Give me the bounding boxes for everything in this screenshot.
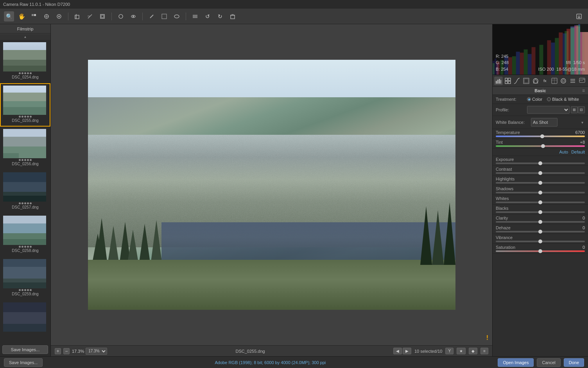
clarity-row: Clarity 0: [493, 214, 588, 224]
whites-track[interactable]: [496, 202, 585, 203]
cancel-btn[interactable]: Cancel: [537, 358, 560, 367]
clarity-track[interactable]: [496, 221, 585, 223]
filmstrip-item-dsc0259[interactable]: DSC_0259.dng: [0, 257, 50, 300]
tab-fx[interactable]: fx: [541, 77, 549, 85]
tab-snapshots[interactable]: [578, 77, 586, 85]
blacks-thumb[interactable]: [538, 210, 542, 214]
label-btn[interactable]: ◆: [469, 348, 477, 354]
highlights-track[interactable]: [496, 182, 585, 184]
filmstrip-item-dsc0256[interactable]: DSC_0256.dng: [0, 127, 50, 170]
vibrance-thumb[interactable]: [538, 239, 542, 243]
shadows-track[interactable]: [496, 192, 585, 193]
bottom-status-text[interactable]: Adobe RGB (1998); 8 bit; 6000 by 4000 (2…: [46, 360, 495, 365]
tint-track[interactable]: [496, 145, 585, 147]
tab-basic[interactable]: [504, 77, 512, 85]
contrast-track[interactable]: [496, 172, 585, 174]
save-images-bottom-btn[interactable]: Save Images...: [4, 358, 43, 367]
redeye-removal-tool[interactable]: [128, 11, 138, 21]
saturation-track[interactable]: [496, 250, 585, 252]
filmstrip-item-dsc0254[interactable]: DSC_0254.dng: [0, 40, 50, 83]
tab-hsl[interactable]: [531, 77, 540, 85]
filmstrip-item-dsc0257[interactable]: DSC_0257.dng: [0, 170, 50, 213]
filmstrip-settings-btn[interactable]: Y: [445, 348, 454, 354]
bw-radio[interactable]: Black & White: [547, 97, 579, 102]
filmstrip-scroll-up[interactable]: ▲: [0, 34, 50, 40]
profile-row: Profile: ⊞ ⊟: [493, 104, 588, 116]
exposure-thumb[interactable]: [538, 161, 542, 165]
dehaze-thumb[interactable]: [538, 230, 542, 234]
svg-rect-1: [34, 14, 36, 16]
panel-menu-icon[interactable]: ≡: [582, 88, 585, 93]
tab-detail[interactable]: [522, 77, 531, 85]
histogram-corner-btn[interactable]: [580, 24, 588, 32]
rating-btn[interactable]: ★: [457, 348, 466, 354]
filmstrip-item-dsc0258[interactable]: DSC_0258.dng: [0, 213, 50, 257]
next-image-btn[interactable]: ▶: [403, 348, 411, 354]
auto-btn[interactable]: Auto: [559, 150, 568, 154]
filmstrip-name-1: DSC_0254.dng: [3, 75, 47, 79]
spot-removal-tool[interactable]: [116, 11, 126, 21]
straighten-tool[interactable]: [85, 11, 95, 21]
histogram-rgb-info: R: 245 G: 248 B: 254: [496, 53, 509, 73]
clarity-thumb[interactable]: [538, 220, 542, 224]
default-btn[interactable]: Default: [571, 150, 585, 154]
rotate-left-btn[interactable]: ↺: [203, 11, 213, 21]
tab-calibration[interactable]: [550, 77, 559, 85]
prev-image-btn[interactable]: ◀: [393, 348, 402, 354]
hand-tool[interactable]: 🖐: [16, 11, 27, 21]
svg-rect-42: [3, 196, 46, 202]
separator-3: [142, 13, 143, 20]
image-viewport[interactable]: !: [51, 24, 492, 345]
whites-thumb[interactable]: [538, 200, 542, 204]
graduated-filter-tool[interactable]: [159, 11, 169, 21]
filmstrip-item-dsc0255[interactable]: DSC_0255.dng: [0, 83, 50, 127]
zoom-select[interactable]: 17.3% 25% 50% 100% Fit: [86, 348, 107, 355]
save-images-btn[interactable]: Save Images...: [2, 345, 48, 354]
filmstrip-scroll[interactable]: DSC_0254.dng: [0, 40, 50, 343]
highlights-thumb[interactable]: [538, 181, 542, 185]
saturation-thumb[interactable]: [538, 249, 542, 253]
white-balance-tool[interactable]: [29, 11, 39, 21]
wb-select[interactable]: As Shot Auto Daylight Cloudy Shade Tungs…: [531, 118, 558, 127]
filmstrip-dots-4: [3, 202, 47, 204]
remove-from-selection-btn[interactable]: −: [63, 348, 70, 354]
tint-thumb[interactable]: [541, 144, 545, 148]
crop-tool[interactable]: [72, 11, 82, 21]
color-radio[interactable]: Color: [527, 97, 542, 102]
temperature-track[interactable]: [496, 136, 585, 137]
dehaze-track[interactable]: [496, 231, 585, 232]
profile-expand-btn[interactable]: ⊟: [578, 106, 585, 113]
done-btn[interactable]: Done: [564, 358, 584, 367]
target-adjustment-tool[interactable]: [54, 11, 64, 21]
add-to-selection-btn[interactable]: +: [55, 348, 61, 354]
contrast-thumb[interactable]: [538, 171, 542, 175]
save-to-filmstrip-btn[interactable]: [574, 11, 584, 21]
filmstrip-item-dsc0260[interactable]: [0, 300, 50, 334]
blacks-track[interactable]: [496, 211, 585, 213]
open-images-btn[interactable]: Open Images: [498, 358, 534, 367]
radial-filter-tool[interactable]: [172, 11, 182, 21]
svg-marker-65: [420, 206, 432, 265]
vibrance-track[interactable]: [496, 241, 585, 242]
profile-grid-btn[interactable]: ⊞: [571, 106, 578, 113]
zoom-tool[interactable]: 🔍: [4, 11, 14, 21]
highlights-row: Highlights: [493, 175, 588, 185]
adjustment-brush-tool[interactable]: [147, 11, 157, 21]
shadows-thumb[interactable]: [538, 191, 542, 195]
rotate-right-btn[interactable]: ↻: [215, 11, 225, 21]
transform-tool[interactable]: [97, 11, 108, 21]
tab-lens[interactable]: [559, 77, 568, 85]
color-sampler-tool[interactable]: [41, 11, 52, 21]
main-image: [88, 60, 455, 310]
tab-histogram[interactable]: [494, 77, 503, 85]
filmstrip-menu-btn[interactable]: ≡: [480, 348, 488, 354]
filmstrip-dots-2: [3, 116, 47, 118]
exposure-track[interactable]: [496, 163, 585, 164]
tab-presets[interactable]: [568, 77, 577, 85]
profile-dropdown[interactable]: [527, 106, 570, 114]
temperature-header: Temperature 6700: [496, 130, 585, 135]
preferences-btn[interactable]: [190, 11, 200, 21]
tab-tonecurve[interactable]: [513, 77, 522, 85]
trash-btn[interactable]: [228, 11, 238, 21]
temperature-thumb[interactable]: [540, 134, 544, 138]
